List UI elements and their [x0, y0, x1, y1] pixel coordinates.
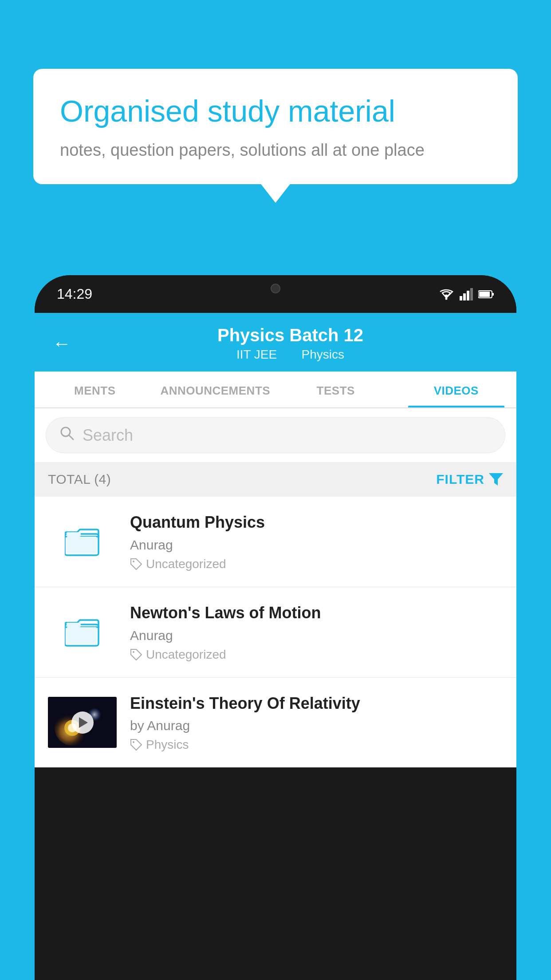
tag-label-1: Uncategorized [146, 557, 226, 571]
battery-icon [478, 289, 494, 299]
wifi-icon [438, 288, 454, 300]
svg-rect-16 [67, 627, 97, 644]
filter-label: FILTER [436, 472, 484, 487]
svg-point-24 [133, 741, 134, 743]
svg-point-0 [445, 297, 448, 300]
phone-frame: 14:29 [35, 275, 516, 980]
svg-marker-10 [489, 473, 503, 486]
video-info-2: Newton's Laws of Motion Anurag Uncategor… [130, 603, 503, 662]
list-item[interactable]: Einstein's Theory Of Relativity by Anura… [35, 678, 516, 768]
signal-icon [460, 288, 473, 300]
tag-icon [130, 558, 142, 570]
video-author-3: by Anurag [130, 718, 503, 733]
video-title-3: Einstein's Theory Of Relativity [130, 693, 503, 714]
search-bar[interactable]: Search [46, 417, 505, 453]
svg-rect-3 [467, 291, 469, 300]
svg-rect-4 [470, 288, 473, 300]
subtitle-iitjee: IIT JEE [236, 348, 277, 361]
header-title: Physics Batch 12 [82, 325, 499, 345]
tab-announcements[interactable]: ANNOUNCEMENTS [155, 371, 276, 407]
tag-icon [130, 648, 142, 661]
status-icons [438, 288, 494, 300]
svg-line-9 [69, 435, 73, 439]
tab-videos[interactable]: VIDEOS [396, 371, 517, 407]
svg-point-14 [133, 561, 134, 562]
video-info-1: Quantum Physics Anurag Uncategorized [130, 512, 503, 571]
total-count: TOTAL (4) [48, 472, 111, 487]
subtitle-separator [287, 348, 295, 361]
svg-rect-12 [67, 537, 97, 553]
svg-rect-17 [67, 623, 81, 627]
tab-ments[interactable]: MENTS [35, 371, 155, 407]
tabs-bar: MENTS ANNOUNCEMENTS TESTS VIDEOS [35, 371, 516, 408]
video-title-2: Newton's Laws of Motion [130, 603, 503, 624]
video-tag-2: Uncategorized [130, 648, 503, 662]
camera [271, 284, 280, 293]
video-title-1: Quantum Physics [130, 512, 503, 533]
back-button[interactable]: ← [52, 333, 71, 354]
bubble-title: Organised study material [60, 93, 491, 130]
svg-rect-2 [463, 293, 466, 300]
bubble-subtitle: notes, question papers, solutions all at… [60, 141, 491, 160]
svg-rect-7 [479, 292, 490, 297]
svg-rect-13 [67, 532, 81, 537]
video-tag-3: Physics [130, 738, 503, 752]
header-subtitle: IIT JEE Physics [82, 348, 499, 362]
video-tag-1: Uncategorized [130, 557, 503, 571]
folder-icon [65, 614, 100, 650]
svg-point-18 [133, 651, 134, 653]
speech-bubble: Organised study material notes, question… [33, 69, 518, 184]
folder-thumbnail-1 [48, 516, 117, 567]
filter-button[interactable]: FILTER [436, 472, 503, 487]
svg-rect-6 [492, 293, 494, 296]
app-header: ← Physics Batch 12 IIT JEE Physics [35, 313, 516, 371]
video-info-3: Einstein's Theory Of Relativity by Anura… [130, 693, 503, 752]
search-container: Search [35, 408, 516, 462]
video-author-1: Anurag [130, 537, 503, 553]
notch [240, 275, 311, 302]
search-icon [59, 426, 75, 445]
tab-tests[interactable]: TESTS [276, 371, 396, 407]
header-title-block: Physics Batch 12 IIT JEE Physics [82, 325, 499, 362]
folder-thumbnail-2 [48, 607, 117, 658]
play-triangle-icon [79, 717, 88, 728]
filter-icon [489, 473, 503, 486]
filter-row: TOTAL (4) FILTER [35, 462, 516, 497]
tag-label-3: Physics [146, 738, 189, 752]
status-bar: 14:29 [35, 275, 516, 313]
folder-icon [65, 524, 100, 559]
play-button[interactable] [71, 711, 94, 734]
status-time: 14:29 [57, 286, 92, 302]
video-author-2: Anurag [130, 628, 503, 643]
video-list: Quantum Physics Anurag Uncategorized [35, 497, 516, 767]
video-thumbnail-3 [48, 697, 117, 748]
list-item[interactable]: Newton's Laws of Motion Anurag Uncategor… [35, 587, 516, 678]
phone-screen: ← Physics Batch 12 IIT JEE Physics MENTS… [35, 313, 516, 767]
list-item[interactable]: Quantum Physics Anurag Uncategorized [35, 497, 516, 587]
tag-icon [130, 739, 142, 751]
search-placeholder: Search [83, 426, 133, 445]
subtitle-physics: Physics [302, 348, 344, 361]
svg-rect-1 [460, 296, 462, 300]
tag-label-2: Uncategorized [146, 648, 226, 662]
speech-bubble-container: Organised study material notes, question… [33, 69, 518, 184]
